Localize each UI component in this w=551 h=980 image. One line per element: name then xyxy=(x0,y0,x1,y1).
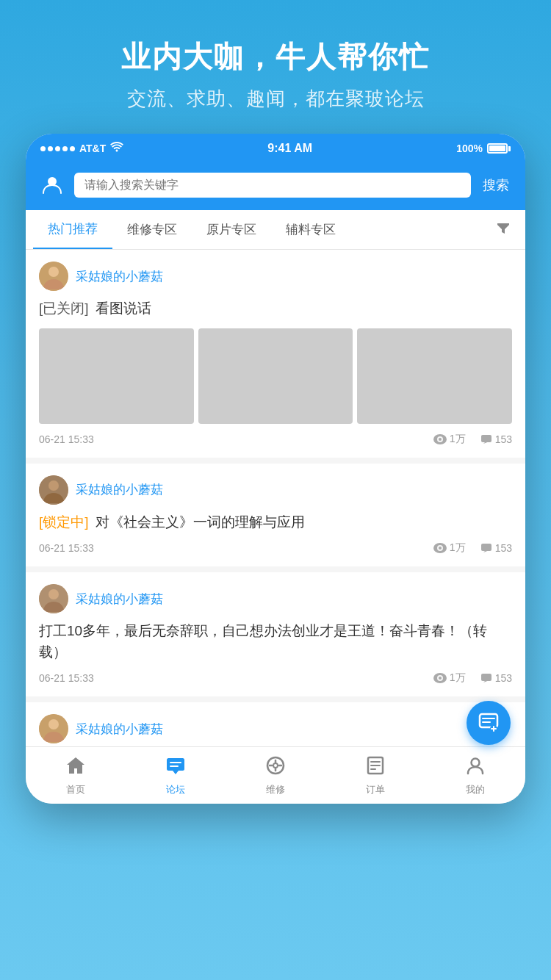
status-left: AT&T xyxy=(40,142,123,155)
my-icon xyxy=(465,756,486,780)
svg-rect-6 xyxy=(481,435,491,442)
post-card-1[interactable]: 采姑娘的小蘑菇 [已关闭] 看图说话 06-21 15:33 1万 xyxy=(26,250,525,458)
comments-1: 153 xyxy=(495,433,512,445)
content-area: 采姑娘的小蘑菇 [已关闭] 看图说话 06-21 15:33 1万 xyxy=(26,250,525,746)
svg-point-17 xyxy=(439,677,442,680)
post-title-main-2: 对《社会主义》一词的理解与应用 xyxy=(96,514,305,530)
search-input-container[interactable] xyxy=(74,173,471,198)
tag-locked-2: [锁定中] xyxy=(39,514,89,530)
author-name-2: 采姑娘的小蘑菇 xyxy=(76,481,163,498)
views-3: 1万 xyxy=(450,671,466,685)
battery-icon xyxy=(487,143,511,154)
views-2: 1万 xyxy=(450,541,466,555)
post-title-1: [已关闭] 看图说话 xyxy=(39,298,512,320)
post-image-1 xyxy=(39,328,194,424)
author-name-4: 采姑娘的小蘑菇 xyxy=(76,721,163,738)
nav-forum[interactable]: 论坛 xyxy=(126,747,226,804)
comment-count-3: 153 xyxy=(480,672,512,684)
search-input[interactable] xyxy=(84,179,461,192)
post-author-2: 采姑娘的小蘑菇 xyxy=(39,475,512,505)
hero-title: 业内大咖，牛人帮你忙 xyxy=(22,37,529,77)
svg-point-11 xyxy=(439,547,442,550)
post-date-1: 06-21 15:33 xyxy=(39,433,94,445)
avatar-2 xyxy=(39,475,68,505)
nav-home-label: 首页 xyxy=(66,783,85,796)
tab-repair[interactable]: 维修专区 xyxy=(112,211,192,248)
user-icon[interactable] xyxy=(37,170,67,200)
status-right: 100% xyxy=(456,143,511,154)
nav-order-label: 订单 xyxy=(366,783,385,796)
author-name-3: 采姑娘的小蘑菇 xyxy=(76,591,163,608)
post-author-1: 采姑娘的小蘑菇 xyxy=(39,262,512,291)
comments-3: 153 xyxy=(495,672,512,684)
nav-home[interactable]: 首页 xyxy=(26,747,126,804)
battery-percent: 100% xyxy=(456,143,483,154)
tab-hot[interactable]: 热门推荐 xyxy=(33,210,112,249)
bottom-nav: 首页 论坛 维修 xyxy=(26,746,525,804)
svg-rect-26 xyxy=(167,758,184,771)
hero-subtitle: 交流、求助、趣闻，都在聚玻论坛 xyxy=(22,86,529,112)
avatar-4 xyxy=(39,714,68,743)
carrier-label: AT&T xyxy=(79,143,106,154)
nav-my[interactable]: 我的 xyxy=(425,747,525,804)
post-card-3[interactable]: 采姑娘的小蘑菇 打工10多年，最后无奈辞职，自己想办法创业才是王道！奋斗青春！（… xyxy=(26,572,525,696)
post-card-4-partial: 采姑娘的小蘑菇 xyxy=(26,702,525,746)
fab-button[interactable] xyxy=(467,701,511,745)
dot4 xyxy=(62,146,68,151)
post-author-3: 采姑娘的小蘑菇 xyxy=(39,584,512,613)
post-stats-2: 1万 153 xyxy=(433,541,512,555)
svg-point-14 xyxy=(48,589,59,599)
filter-icon[interactable] xyxy=(489,210,518,249)
repair-icon xyxy=(265,756,286,780)
wifi-icon xyxy=(110,142,123,155)
view-count-3: 1万 xyxy=(433,671,466,685)
tab-original[interactable]: 原片专区 xyxy=(192,211,271,248)
post-meta-1: 06-21 15:33 1万 153 xyxy=(39,433,512,446)
status-bar: AT&T 9:41 AM 100% xyxy=(26,134,525,163)
dot1 xyxy=(40,146,46,151)
avatar-1 xyxy=(39,262,68,291)
svg-point-5 xyxy=(439,438,442,441)
tab-material[interactable]: 辅料专区 xyxy=(271,211,350,248)
hero-section: 业内大咖，牛人帮你忙 交流、求助、趣闻，都在聚玻论坛 xyxy=(0,0,551,134)
status-time: 9:41 AM xyxy=(267,142,312,155)
post-title-main-3: 打工10多年，最后无奈辞职，自己想办法创业才是王道！奋斗青春！（转载） xyxy=(39,623,487,660)
post-stats-3: 1万 153 xyxy=(433,671,512,685)
order-icon xyxy=(365,756,386,780)
avatar-3 xyxy=(39,584,68,613)
phone-frame: AT&T 9:41 AM 100% xyxy=(26,134,525,804)
nav-order[interactable]: 订单 xyxy=(325,747,425,804)
dot3 xyxy=(55,146,60,151)
svg-point-35 xyxy=(472,759,480,767)
comments-2: 153 xyxy=(495,542,512,554)
post-title-main-1: 看图说话 xyxy=(96,300,151,316)
post-meta-3: 06-21 15:33 1万 153 xyxy=(39,671,512,685)
svg-rect-12 xyxy=(481,544,491,551)
post-title-3: 打工10多年，最后无奈辞职，自己想办法创业才是王道！奋斗青春！（转载） xyxy=(39,621,512,663)
dot5 xyxy=(70,146,75,151)
search-button[interactable]: 搜索 xyxy=(478,170,514,200)
post-card-2[interactable]: 采姑娘的小蘑菇 [锁定中] 对《社会主义》一词的理解与应用 06-21 15:3… xyxy=(26,464,525,567)
nav-repair[interactable]: 维修 xyxy=(226,747,325,804)
svg-point-30 xyxy=(273,763,278,768)
post-date-3: 06-21 15:33 xyxy=(39,672,94,684)
nav-repair-label: 维修 xyxy=(266,783,285,796)
view-count-1: 1万 xyxy=(433,433,466,446)
tag-closed-1: [已关闭] xyxy=(39,300,89,316)
search-bar: 搜索 xyxy=(26,163,525,210)
nav-my-label: 我的 xyxy=(466,783,485,796)
comment-count-1: 153 xyxy=(480,433,512,445)
signal-dots xyxy=(40,146,75,151)
nav-forum-label: 论坛 xyxy=(166,783,185,796)
author-name-1: 采姑娘的小蘑菇 xyxy=(76,268,163,285)
svg-point-8 xyxy=(48,480,59,491)
dot2 xyxy=(48,146,53,151)
post-author-4: 采姑娘的小蘑菇 xyxy=(39,714,512,743)
svg-point-2 xyxy=(48,267,59,277)
post-image-2 xyxy=(198,328,353,424)
svg-point-20 xyxy=(48,719,59,729)
forum-icon xyxy=(165,756,186,780)
view-count-2: 1万 xyxy=(433,541,466,555)
post-images-1 xyxy=(39,328,512,424)
post-stats-1: 1万 153 xyxy=(433,433,512,446)
